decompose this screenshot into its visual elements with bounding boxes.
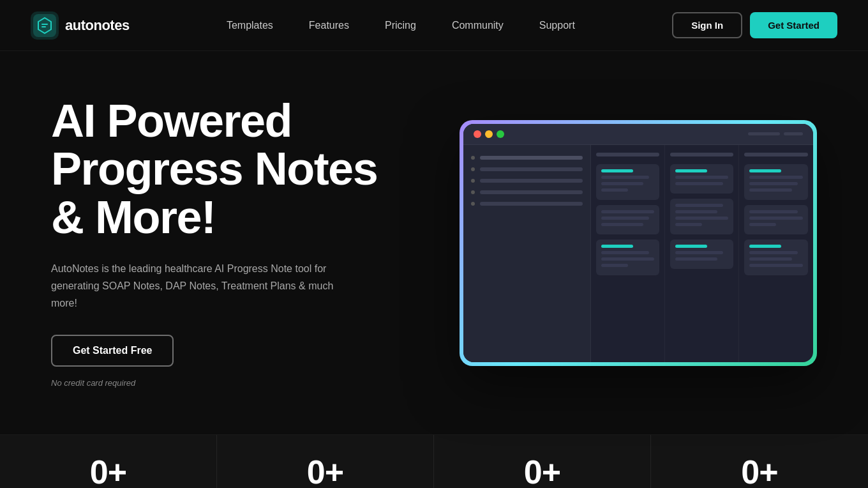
note-line (749, 245, 781, 248)
titlebar-bar-1 (748, 132, 780, 135)
note-card-2-2 (670, 199, 733, 234)
note-line (749, 210, 798, 213)
hero-content: AI Powered Progress Notes & More! AutoNo… (51, 97, 408, 388)
nav-support[interactable]: Support (524, 15, 590, 36)
note-line (675, 257, 717, 261)
note-line (675, 204, 723, 207)
nav-features[interactable]: Features (294, 15, 364, 36)
note-line (675, 217, 728, 220)
note-line (601, 182, 643, 185)
note-line (675, 182, 723, 185)
traffic-light-green (497, 130, 504, 138)
stat-notes: 0+ Notes Generated (434, 435, 651, 488)
sidebar-bullet-2 (471, 167, 475, 171)
note-line (675, 210, 717, 213)
sign-in-button[interactable]: Sign In (672, 12, 742, 38)
col-header-3 (744, 153, 808, 156)
stat-plans: 0+ Treatment Plans Generated (651, 435, 868, 488)
note-line (601, 188, 628, 192)
note-card-2-3 (670, 240, 733, 269)
navbar: autonotes Templates Features Pricing Com… (0, 0, 868, 51)
note-line (601, 251, 649, 254)
note-line (601, 169, 633, 172)
svg-rect-2 (41, 24, 48, 25)
note-line (601, 176, 649, 179)
sidebar-line-3 (480, 179, 583, 183)
note-line (749, 169, 781, 172)
note-line (749, 264, 803, 267)
note-line (601, 210, 654, 213)
sidebar-row-2 (471, 167, 583, 172)
app-col-3 (739, 145, 813, 362)
note-line (601, 264, 628, 267)
sidebar-line-2 (480, 167, 583, 171)
hero-visual (460, 120, 817, 366)
hero-title: AI Powered Progress Notes & More! (51, 97, 408, 242)
traffic-lights (474, 130, 504, 138)
sidebar-line-1 (480, 156, 583, 160)
sidebar-row-3 (471, 178, 583, 183)
titlebar-bar-2 (784, 132, 803, 135)
titlebar-right (748, 132, 803, 135)
nav-community[interactable]: Community (437, 15, 519, 36)
col-header-2 (670, 153, 733, 156)
note-line (675, 251, 723, 254)
note-line (749, 217, 803, 220)
sidebar-row-4 (471, 190, 583, 195)
stat-users-number: 0+ (15, 455, 201, 488)
sidebar-row-5 (471, 201, 583, 206)
note-line (601, 217, 649, 220)
note-line (749, 223, 776, 226)
stat-plans-number: 0+ (666, 455, 853, 488)
note-line (601, 223, 643, 226)
hero-description: AutoNotes is the leading healthcare AI P… (51, 260, 357, 312)
note-card-2-1 (670, 164, 733, 194)
svg-rect-3 (41, 26, 46, 27)
no-credit-card-text: No credit card required (51, 378, 135, 388)
note-line (675, 176, 728, 179)
app-sidebar (463, 145, 591, 362)
stat-orgs-number: 0+ (232, 455, 418, 488)
logo-icon (31, 11, 59, 40)
nav-templates[interactable]: Templates (211, 15, 288, 36)
logo-link[interactable]: autonotes (31, 11, 130, 40)
sidebar-bullet-1 (471, 156, 475, 160)
note-line (675, 169, 707, 172)
note-line (749, 257, 792, 261)
stat-notes-number: 0+ (449, 455, 635, 488)
get-started-nav-button[interactable]: Get Started (750, 12, 837, 38)
nav-links: Templates Features Pricing Community Sup… (211, 15, 590, 36)
logo-text: autonotes (65, 17, 130, 34)
note-line (749, 251, 798, 254)
stat-users: 0+ Users (0, 435, 217, 488)
note-card-3-1 (744, 164, 808, 200)
note-line (675, 223, 702, 226)
sidebar-line-5 (480, 202, 583, 206)
app-col-2 (665, 145, 739, 362)
app-frame (460, 120, 817, 366)
note-line (749, 176, 803, 179)
app-content (463, 145, 813, 362)
note-card-1-2 (596, 205, 659, 234)
note-card-3-3 (744, 240, 808, 275)
note-card-1-3 (596, 240, 659, 275)
nav-pricing[interactable]: Pricing (370, 15, 431, 36)
col-header-1 (596, 153, 659, 156)
stats-section: 0+ Users 0+ Enterprise Organizations 0+ … (0, 434, 868, 488)
sidebar-bullet-4 (471, 190, 475, 194)
note-card-3-2 (744, 205, 808, 234)
note-line (601, 257, 654, 261)
note-line (749, 188, 792, 192)
sidebar-bullet-5 (471, 202, 475, 206)
hero-section: AI Powered Progress Notes & More! AutoNo… (0, 51, 868, 434)
traffic-light-yellow (485, 130, 493, 138)
app-inner (463, 124, 813, 362)
note-line (749, 182, 798, 185)
note-line (675, 245, 707, 248)
sidebar-bullet-3 (471, 179, 475, 183)
app-titlebar (463, 124, 813, 145)
note-line (601, 245, 633, 248)
get-started-free-button[interactable]: Get Started Free (51, 335, 174, 367)
traffic-light-red (474, 130, 481, 138)
stat-orgs: 0+ Enterprise Organizations (217, 435, 434, 488)
